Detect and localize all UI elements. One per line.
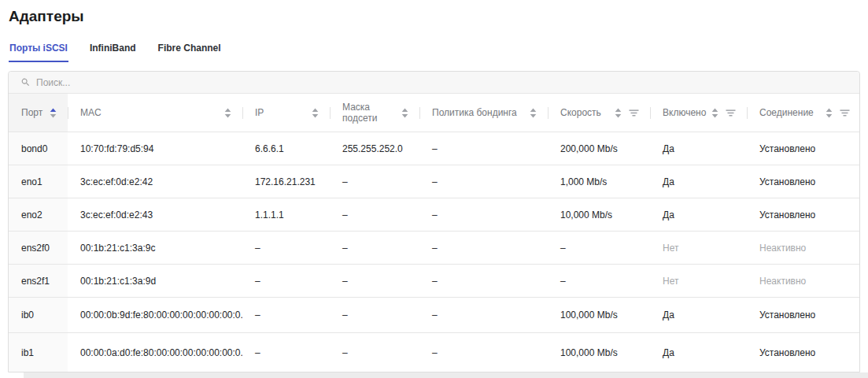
cell-value: 00:00:0a:d0:fe:80:00:00:00:00:00:00:0... <box>80 347 242 358</box>
header-icons <box>312 108 319 118</box>
cell-value: 1,000 Mb/s <box>560 176 607 187</box>
sort-arrows-icon[interactable] <box>50 108 57 118</box>
cell-value: – <box>342 209 348 220</box>
cell-value: 6.6.6.1 <box>255 143 284 154</box>
cell-value: – <box>255 276 260 287</box>
column-label: Включено <box>663 107 706 118</box>
cell-port: bond0 <box>9 132 68 165</box>
cell-value: – <box>432 143 438 154</box>
cell-mac: 3c:ec:ef:0d:e2:43 <box>68 198 242 231</box>
cell-value: – <box>342 176 348 187</box>
cell-enabled: Да <box>650 165 747 198</box>
table-row-ens2f0[interactable]: ens2f000:1b:21:c1:3a:9c––––НетНеактивно <box>9 231 859 264</box>
cell-port: ib1 <box>9 333 68 372</box>
horizontal-scrollbar-track[interactable] <box>24 372 868 378</box>
sort-arrows-icon[interactable] <box>711 108 718 118</box>
cell-port: ens2f0 <box>9 232 68 264</box>
cell-enabled: Да <box>650 198 747 231</box>
sort-arrows-icon[interactable] <box>312 108 319 118</box>
cell-speed: 100,000 Mb/s <box>548 333 650 372</box>
cell-connection: Неактивно <box>747 265 861 297</box>
cell-connection: Установлено <box>747 333 861 372</box>
column-label: IP <box>255 107 264 118</box>
cell-ip: – <box>242 298 330 332</box>
cell-bonding: – <box>419 232 548 264</box>
table-body: bond010:70:fd:79:d5:946.6.6.1255.255.252… <box>9 132 859 372</box>
cell-port: eno2 <box>9 198 68 231</box>
cell-connection: Установлено <box>747 132 861 165</box>
cell-bonding: – <box>419 132 548 165</box>
column-header-connection[interactable]: Соединение <box>747 94 861 132</box>
cell-mac: 10:70:fd:79:d5:94 <box>68 132 242 165</box>
table-row-bond0[interactable]: bond010:70:fd:79:d5:946.6.6.1255.255.252… <box>9 132 859 165</box>
cell-mac: 00:00:0b:9d:fe:80:00:00:00:00:00:00:0... <box>68 298 242 332</box>
table-row-eno2[interactable]: eno23c:ec:ef:0d:e2:431.1.1.1––10,000 Mb/… <box>9 198 859 231</box>
search-input[interactable] <box>36 77 848 88</box>
cell-value: – <box>560 276 566 287</box>
cell-mac: 3c:ec:ef:0d:e2:42 <box>68 165 242 198</box>
table-row-ib0[interactable]: ib000:00:0b:9d:fe:80:00:00:00:00:00:00:0… <box>9 297 859 332</box>
column-header-mac[interactable]: MAC <box>68 94 242 132</box>
cell-value: 3c:ec:ef:0d:e2:43 <box>80 209 153 220</box>
cell-speed: – <box>548 232 650 264</box>
filter-icon[interactable] <box>629 109 639 117</box>
cell-enabled: Да <box>650 298 747 332</box>
cell-value: – <box>255 309 260 321</box>
cell-value: Установлено <box>759 143 815 154</box>
table-row-eno1[interactable]: eno13c:ec:ef:0d:e2:42172.16.21.231––1,00… <box>9 165 859 198</box>
tab-ports-iscsi[interactable]: Порты iSCSI <box>9 41 68 62</box>
cell-value: Да <box>663 347 674 358</box>
table-row-ens2f1[interactable]: ens2f100:1b:21:c1:3a:9d––––НетНеактивно <box>9 264 859 297</box>
cell-value: Да <box>663 143 674 154</box>
header-icons <box>826 108 850 118</box>
column-label: Маска подсети <box>342 102 397 124</box>
header-icons <box>401 108 408 118</box>
filter-icon[interactable] <box>840 109 850 117</box>
cell-value: – <box>432 243 438 254</box>
sort-arrows-icon[interactable] <box>530 108 537 118</box>
cell-value: Установлено <box>759 176 815 187</box>
sort-arrows-icon[interactable] <box>224 108 231 118</box>
cell-ip: 6.6.6.1 <box>242 132 330 165</box>
table-row-ib1[interactable]: ib100:00:0a:d0:fe:80:00:00:00:00:00:00:0… <box>9 332 859 372</box>
cell-connection: Неактивно <box>747 232 861 264</box>
cell-value: ens2f1 <box>21 276 50 287</box>
tab-infiniband[interactable]: InfiniBand <box>89 41 137 62</box>
tab-bar: Порты iSCSI InfiniBand Fibre Channel <box>9 41 868 62</box>
column-header-ip[interactable]: IP <box>242 94 330 132</box>
cell-value: 10,000 Mb/s <box>560 209 612 220</box>
cell-mac: 00:00:0a:d0:fe:80:00:00:00:00:00:00:0... <box>68 333 242 372</box>
cell-ip: – <box>242 265 330 297</box>
column-header-port[interactable]: Порт <box>9 94 68 132</box>
cell-mask: 255.255.252.0 <box>330 132 419 165</box>
column-header-enabled[interactable]: Включено <box>650 94 747 132</box>
column-label: Соединение <box>759 107 814 118</box>
cell-value: 100,000 Mb/s <box>560 347 618 358</box>
sort-arrows-icon[interactable] <box>615 108 622 118</box>
cell-value: Да <box>663 209 674 220</box>
tab-fibre-channel[interactable]: Fibre Channel <box>157 41 222 62</box>
column-header-mask[interactable]: Маска подсети <box>330 94 419 132</box>
cell-bonding: – <box>419 165 548 198</box>
cell-enabled: Нет <box>650 232 747 264</box>
sort-arrows-icon[interactable] <box>401 108 408 118</box>
table-header-row: ПортMACIPМаска подсетиПолитика бондингаС… <box>9 94 859 132</box>
cell-speed: 1,000 Mb/s <box>548 165 650 198</box>
cell-mask: – <box>330 232 419 264</box>
cell-bonding: – <box>419 198 548 231</box>
cell-value: – <box>432 176 438 187</box>
sort-arrows-icon[interactable] <box>826 108 833 118</box>
cell-value: – <box>432 276 438 287</box>
cell-speed: – <box>548 265 650 297</box>
cell-value: eno1 <box>21 176 42 187</box>
column-header-bonding[interactable]: Политика бондинга <box>419 94 548 132</box>
filter-icon[interactable] <box>726 109 736 117</box>
column-label: Порт <box>21 107 42 118</box>
cell-value: – <box>342 309 348 321</box>
cell-port: eno1 <box>9 165 68 198</box>
cell-value: 100,000 Mb/s <box>560 309 618 321</box>
cell-enabled: Да <box>650 333 747 372</box>
column-header-speed[interactable]: Скорость <box>548 94 650 132</box>
cell-speed: 100,000 Mb/s <box>548 298 650 332</box>
cell-mask: – <box>330 298 419 332</box>
